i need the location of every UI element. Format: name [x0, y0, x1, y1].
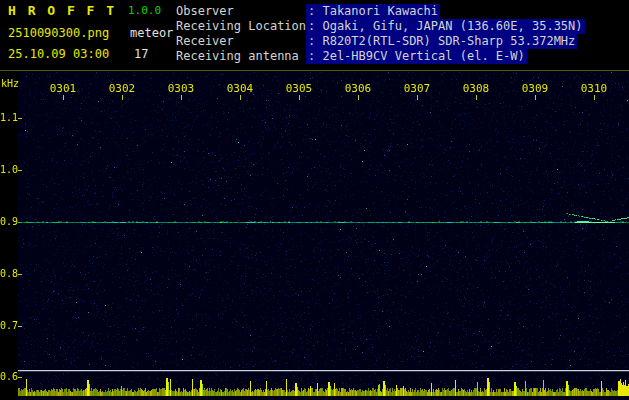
x-axis-tick-label: 0308 — [461, 82, 491, 95]
app-version: 1.0.0 — [128, 4, 161, 17]
x-axis-tick-label: 0303 — [166, 82, 196, 95]
y-axis-tick-label: 0.9 — [0, 216, 17, 227]
info-value: : Takanori Kawachi — [306, 4, 440, 19]
x-axis-tick-label: 0309 — [520, 82, 550, 95]
mode-label: meteor — [130, 26, 173, 40]
output-filename: 2510090300.png — [8, 26, 109, 40]
x-axis-tick-label: 0304 — [225, 82, 255, 95]
info-value: : 2el-HB9CV Vertical (el. E-W) — [306, 49, 527, 64]
info-label: Receiving antenna — [176, 49, 306, 64]
echo-count: 17 — [134, 47, 148, 61]
x-axis-tick-label: 0302 — [107, 82, 137, 95]
info-value: : Ogaki, Gifu, JAPAN (136.60E, 35.35N) — [306, 19, 585, 34]
y-axis-tick-label: 0.8 — [0, 268, 17, 279]
observation-datetime: 25.10.09 03:00 — [8, 47, 109, 61]
hrofft-window: H R O F F T 1.0.0 2510090300.png meteor … — [0, 0, 629, 400]
spectrogram-canvas — [0, 70, 629, 400]
station-info: Observer : Takanori Kawachi Receiving Lo… — [176, 4, 585, 64]
x-axis-tick-label: 0307 — [402, 82, 432, 95]
y-axis-tick-label: 0.7 — [0, 320, 17, 331]
y-axis-unit-label: kHz — [1, 78, 19, 89]
info-row-receiving-location: Receiving Location : Ogaki, Gifu, JAPAN … — [176, 19, 585, 34]
info-value: : R820T2(RTL-SDR) SDR-Sharp 53.372MHz — [306, 34, 577, 49]
info-label: Observer — [176, 4, 306, 19]
x-axis-tick-label: 0305 — [284, 82, 314, 95]
info-label: Receiving Location — [176, 19, 306, 34]
header: H R O F F T 1.0.0 2510090300.png meteor … — [0, 0, 629, 70]
y-axis-tick-label: 1.1 — [0, 112, 17, 123]
app-title: H R O F F T — [8, 3, 116, 18]
x-axis-tick-label: 0306 — [343, 82, 373, 95]
info-row-receiver: Receiver : R820T2(RTL-SDR) SDR-Sharp 53.… — [176, 34, 585, 49]
y-axis-tick-label: 1.0 — [0, 164, 17, 175]
spectrogram-panel: kHz 030103020303030403050306030703080309… — [0, 70, 629, 400]
x-axis-tick-label: 0310 — [579, 82, 609, 95]
x-axis-tick-label: 0301 — [48, 82, 78, 95]
info-row-receiving-antenna: Receiving antenna : 2el-HB9CV Vertical (… — [176, 49, 585, 64]
info-label: Receiver — [176, 34, 306, 49]
info-row-observer: Observer : Takanori Kawachi — [176, 4, 585, 19]
y-axis-tick-label: 0.6 — [0, 371, 17, 382]
